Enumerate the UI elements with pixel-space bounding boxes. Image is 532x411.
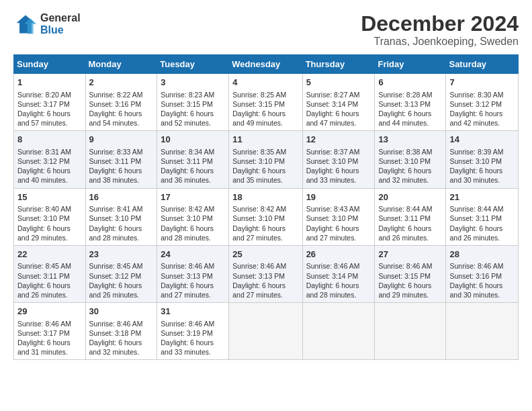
daylight-label: Daylight: 6 hours <box>232 167 285 175</box>
day-cell-8: 8Sunrise: 8:31 AMSunset: 3:12 PMDaylight… <box>14 131 86 188</box>
daylight-minutes: and 52 minutes. <box>161 119 211 127</box>
sunrise-label: Sunrise: 8:20 AM <box>17 91 71 99</box>
daylight-minutes: and 30 minutes. <box>449 176 500 184</box>
page: General Blue December 2024 Tranas, Joenk… <box>0 0 532 367</box>
day-number: 22 <box>17 248 82 261</box>
sunrise-label: Sunrise: 8:46 AM <box>378 262 432 270</box>
daylight-minutes: and 26 minutes. <box>449 234 500 242</box>
daylight-label: Daylight: 6 hours <box>89 224 142 232</box>
daylight-minutes: and 40 minutes. <box>17 176 68 184</box>
sunrise-label: Sunrise: 8:44 AM <box>378 205 432 213</box>
sunset-label: Sunset: 3:11 PM <box>378 214 431 222</box>
sunrise-label: Sunrise: 8:28 AM <box>378 91 432 99</box>
day-cell-21: 21Sunrise: 8:44 AMSunset: 3:11 PMDayligh… <box>446 188 519 245</box>
day-cell-30: 30Sunrise: 8:46 AMSunset: 3:18 PMDayligh… <box>85 303 157 360</box>
daylight-minutes: and 44 minutes. <box>378 119 429 127</box>
daylight-minutes: and 27 minutes. <box>306 234 357 242</box>
logo-icon <box>13 12 38 36</box>
day-cell-6: 6Sunrise: 8:28 AMSunset: 3:13 PMDaylight… <box>375 74 446 131</box>
empty-cell <box>446 303 519 360</box>
daylight-minutes: and 27 minutes. <box>232 234 283 242</box>
day-cell-11: 11Sunrise: 8:35 AMSunset: 3:10 PMDayligh… <box>229 131 302 188</box>
day-number: 11 <box>232 134 298 146</box>
day-cell-23: 23Sunrise: 8:45 AMSunset: 3:12 PMDayligh… <box>85 245 157 302</box>
sunset-label: Sunset: 3:13 PM <box>232 272 285 280</box>
daylight-label: Daylight: 6 hours <box>306 109 359 118</box>
daylight-label: Daylight: 6 hours <box>161 167 214 175</box>
header-monday: Monday <box>85 55 157 74</box>
daylight-label: Daylight: 6 hours <box>306 281 359 289</box>
sunrise-label: Sunrise: 8:42 AM <box>232 205 286 213</box>
sunrise-label: Sunrise: 8:22 AM <box>89 91 143 99</box>
sunset-label: Sunset: 3:12 PM <box>449 100 502 108</box>
day-number: 4 <box>232 77 298 89</box>
day-number: 13 <box>378 134 442 146</box>
daylight-label: Daylight: 6 hours <box>161 281 214 289</box>
sunrise-label: Sunrise: 8:25 AM <box>232 91 286 99</box>
sunset-label: Sunset: 3:15 PM <box>161 100 213 108</box>
header-wednesday: Wednesday <box>229 55 302 74</box>
logo: General Blue <box>13 12 81 36</box>
daylight-label: Daylight: 6 hours <box>449 281 502 289</box>
daylight-minutes: and 47 minutes. <box>306 119 357 127</box>
day-cell-31: 31Sunrise: 8:46 AMSunset: 3:19 PMDayligh… <box>157 303 229 360</box>
weekday-header-row: Sunday Monday Tuesday Wednesday Thursday… <box>14 55 519 74</box>
sunset-label: Sunset: 3:14 PM <box>306 272 359 280</box>
day-cell-7: 7Sunrise: 8:30 AMSunset: 3:12 PMDaylight… <box>446 74 519 131</box>
sunset-label: Sunset: 3:10 PM <box>89 214 142 222</box>
sunset-label: Sunset: 3:17 PM <box>17 329 70 337</box>
daylight-label: Daylight: 6 hours <box>161 338 214 347</box>
sunset-label: Sunset: 3:18 PM <box>89 329 142 337</box>
sunset-label: Sunset: 3:10 PM <box>378 157 431 165</box>
calendar-week-1: 1Sunrise: 8:20 AMSunset: 3:17 PMDaylight… <box>14 74 519 131</box>
sunset-label: Sunset: 3:14 PM <box>306 100 359 108</box>
sunset-label: Sunset: 3:10 PM <box>17 214 70 222</box>
daylight-label: Daylight: 6 hours <box>17 281 71 289</box>
day-number: 6 <box>378 77 442 89</box>
sunrise-label: Sunrise: 8:23 AM <box>161 91 214 99</box>
daylight-label: Daylight: 6 hours <box>449 167 502 175</box>
daylight-label: Daylight: 6 hours <box>89 109 142 118</box>
daylight-minutes: and 54 minutes. <box>89 119 140 127</box>
daylight-minutes: and 33 minutes. <box>306 176 357 184</box>
day-cell-12: 12Sunrise: 8:37 AMSunset: 3:10 PMDayligh… <box>302 131 375 188</box>
day-number: 26 <box>306 248 371 261</box>
sunrise-label: Sunrise: 8:46 AM <box>161 262 214 270</box>
day-cell-14: 14Sunrise: 8:39 AMSunset: 3:10 PMDayligh… <box>446 131 519 188</box>
daylight-label: Daylight: 6 hours <box>378 109 431 118</box>
daylight-label: Daylight: 6 hours <box>161 224 214 232</box>
daylight-minutes: and 33 minutes. <box>161 348 211 356</box>
sunset-label: Sunset: 3:11 PM <box>17 272 70 280</box>
sunset-label: Sunset: 3:19 PM <box>161 329 213 337</box>
sunrise-label: Sunrise: 8:40 AM <box>17 205 71 213</box>
calendar-week-3: 15Sunrise: 8:40 AMSunset: 3:10 PMDayligh… <box>14 188 519 245</box>
day-number: 21 <box>449 191 515 203</box>
day-number: 31 <box>161 306 225 318</box>
daylight-minutes: and 57 minutes. <box>17 119 68 127</box>
sunrise-label: Sunrise: 8:46 AM <box>161 320 214 328</box>
sunset-label: Sunset: 3:15 PM <box>378 272 431 280</box>
sunrise-label: Sunrise: 8:27 AM <box>306 91 360 99</box>
daylight-label: Daylight: 6 hours <box>378 281 431 289</box>
day-number: 19 <box>306 191 371 203</box>
day-cell-22: 22Sunrise: 8:45 AMSunset: 3:11 PMDayligh… <box>14 245 86 302</box>
daylight-label: Daylight: 6 hours <box>449 109 502 118</box>
day-number: 1 <box>17 77 82 89</box>
sunrise-label: Sunrise: 8:30 AM <box>449 91 503 99</box>
daylight-label: Daylight: 6 hours <box>17 109 71 118</box>
sunrise-label: Sunrise: 8:46 AM <box>232 262 286 270</box>
day-cell-28: 28Sunrise: 8:46 AMSunset: 3:16 PMDayligh… <box>446 245 519 302</box>
sunset-label: Sunset: 3:11 PM <box>89 157 142 165</box>
calendar-week-4: 22Sunrise: 8:45 AMSunset: 3:11 PMDayligh… <box>14 245 519 302</box>
sunset-label: Sunset: 3:10 PM <box>449 157 502 165</box>
header-saturday: Saturday <box>446 55 519 74</box>
sunrise-label: Sunrise: 8:46 AM <box>17 320 71 328</box>
daylight-label: Daylight: 6 hours <box>89 338 142 347</box>
daylight-minutes: and 28 minutes. <box>161 234 211 242</box>
sunset-label: Sunset: 3:10 PM <box>161 214 213 222</box>
day-number: 20 <box>378 191 442 203</box>
empty-cell <box>375 303 446 360</box>
day-cell-29: 29Sunrise: 8:46 AMSunset: 3:17 PMDayligh… <box>14 303 86 360</box>
sunset-label: Sunset: 3:12 PM <box>89 272 142 280</box>
daylight-label: Daylight: 6 hours <box>306 167 359 175</box>
